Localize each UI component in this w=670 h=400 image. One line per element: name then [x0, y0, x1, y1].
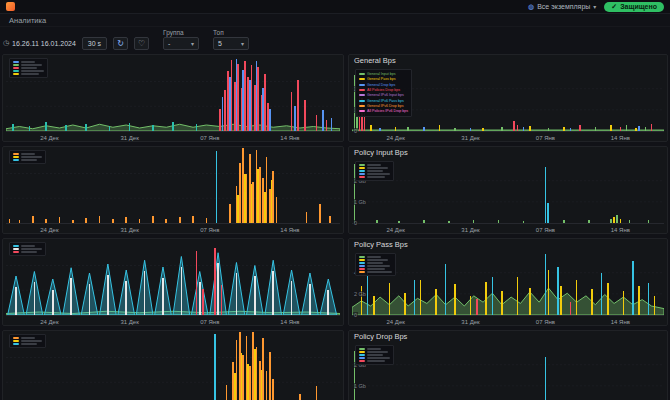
- legend-label-blurred: [21, 343, 37, 345]
- x-axis: 24 Дек31 Дек07 Янв14 Янв: [352, 133, 664, 141]
- plot-region[interactable]: [6, 56, 340, 132]
- legend-item[interactable]: [359, 170, 390, 172]
- legend-item[interactable]: All Policies Drop bps: [359, 88, 408, 92]
- legend-item[interactable]: [13, 343, 42, 345]
- legend-item[interactable]: [359, 351, 390, 353]
- refresh-interval-button[interactable]: 30 s: [82, 37, 107, 50]
- top-variable-select[interactable]: 5 ▾: [213, 37, 249, 50]
- legend-item[interactable]: [359, 176, 390, 178]
- legend-item[interactable]: [13, 73, 44, 75]
- x-axis-label: 07 Янв: [200, 227, 219, 233]
- plot-region[interactable]: 2 Gb1 Gb0: [352, 159, 664, 224]
- favorite-button[interactable]: ♡: [134, 37, 149, 50]
- refresh-icon: ↻: [117, 39, 124, 48]
- legend-item[interactable]: [13, 67, 44, 69]
- panel-title[interactable]: Policy Input Bps: [349, 147, 667, 158]
- legend[interactable]: [9, 242, 46, 256]
- group-variable-select[interactable]: - ▾: [163, 37, 199, 50]
- legend-item[interactable]: General Pass bps: [359, 77, 408, 81]
- legend-item[interactable]: [13, 337, 42, 339]
- legend-item[interactable]: [359, 348, 390, 350]
- legend-item[interactable]: [359, 265, 392, 267]
- legend-item[interactable]: [13, 159, 42, 161]
- legend-item[interactable]: [13, 61, 44, 63]
- panel-title[interactable]: Policy Drop Bps: [349, 331, 667, 342]
- legend-item[interactable]: General Drop bps: [359, 83, 408, 87]
- legend-swatch: [359, 105, 365, 107]
- panel-traffic-periodic: 24 Дек31 Дек07 Янв14 Янв: [2, 238, 344, 326]
- legend-item[interactable]: General IPv6 Pass bps: [359, 99, 408, 103]
- legend[interactable]: [9, 334, 46, 348]
- legend-item[interactable]: General Input bps: [359, 72, 408, 76]
- chart-area[interactable]: 4 Gb2 Gb024 Дек31 Дек07 Янв14 Янв: [352, 251, 664, 325]
- legend[interactable]: [355, 345, 394, 365]
- time-range-picker[interactable]: ◷ 16.26.11 16.01.2024: [3, 39, 76, 50]
- legend-item[interactable]: [13, 156, 42, 158]
- legend-item[interactable]: All Policies IPv6 Drop bps: [359, 109, 408, 113]
- panel-title[interactable]: General Bps: [349, 55, 667, 66]
- legend-item[interactable]: [13, 245, 42, 247]
- plot-region[interactable]: [6, 148, 340, 224]
- legend-label-blurred: [367, 164, 381, 166]
- chart-area[interactable]: 24 Дек31 Дек07 Янв14 Янв: [6, 56, 340, 141]
- legend[interactable]: [355, 253, 396, 276]
- x-axis-label: 14 Янв: [280, 227, 299, 233]
- x-axis-label: 07 Янв: [200, 319, 219, 325]
- legend-item[interactable]: [359, 256, 392, 258]
- legend-item[interactable]: [13, 340, 42, 342]
- legend[interactable]: [9, 58, 48, 78]
- legend-item[interactable]: [13, 251, 42, 253]
- x-axis-label: 07 Янв: [536, 319, 555, 325]
- legend[interactable]: [355, 161, 394, 181]
- legend-swatch: [359, 259, 365, 261]
- x-axis-label: 14 Янв: [611, 135, 630, 141]
- top-variable-field: Топ 5 ▾: [213, 29, 249, 50]
- legend-item[interactable]: [359, 173, 390, 175]
- legend-item[interactable]: [359, 271, 392, 273]
- legend-item[interactable]: [359, 259, 392, 261]
- x-axis-label: 14 Янв: [280, 319, 299, 325]
- chart-area[interactable]: 24 Дек31 Дек07 Янв14 Янв: [6, 332, 340, 400]
- x-axis-label: 31 Дек: [461, 135, 479, 141]
- plot-region[interactable]: [6, 240, 340, 316]
- legend-item[interactable]: General IPv6 Drop bps: [359, 104, 408, 108]
- app-logo-icon[interactable]: [6, 2, 15, 11]
- protection-status-label: Защищено: [620, 3, 657, 10]
- legend-item[interactable]: [359, 357, 390, 359]
- panel-traffic-overview: 24 Дек31 Дек07 Янв14 Янв: [2, 54, 344, 142]
- legend[interactable]: [9, 150, 46, 164]
- legend-item[interactable]: [359, 354, 390, 356]
- chart-area[interactable]: 2 Gb1 Gb024 Дек31 Дек07 Янв14 Янв: [352, 159, 664, 233]
- legend-item[interactable]: [359, 164, 390, 166]
- chart-area[interactable]: 2 Gb1 Gb0General Input bpsGeneral Pass b…: [352, 67, 664, 141]
- chart-area[interactable]: 24 Дек31 Дек07 Янв14 Янв: [6, 148, 340, 233]
- legend-item[interactable]: [359, 360, 390, 362]
- tab-analytics[interactable]: Аналитика: [9, 16, 46, 25]
- legend-swatch: [359, 173, 365, 175]
- panel-title[interactable]: Policy Pass Bps: [349, 239, 667, 250]
- plot-region[interactable]: 4 Gb2 Gb0: [352, 251, 664, 316]
- legend[interactable]: General Input bpsGeneral Pass bpsGeneral…: [355, 69, 412, 117]
- legend-swatch: [359, 167, 365, 169]
- plot-region[interactable]: [6, 332, 340, 400]
- chart-area[interactable]: 24 Дек31 Дек07 Янв14 Янв: [6, 240, 340, 325]
- legend-swatch: [359, 268, 365, 270]
- legend-item[interactable]: [359, 167, 390, 169]
- legend-item[interactable]: [13, 70, 44, 72]
- x-axis-label: 07 Янв: [536, 135, 555, 141]
- legend-item[interactable]: [13, 64, 44, 66]
- legend-label-blurred: [367, 265, 390, 267]
- protection-status-badge[interactable]: ✓ Защищено: [604, 2, 664, 12]
- instances-dropdown[interactable]: ◍ Все экземпляры ▾: [528, 3, 596, 11]
- plot-region[interactable]: 2 Gb1 Gb0General Input bpsGeneral Pass b…: [352, 67, 664, 132]
- plot-region[interactable]: 2 Gb1 Gb0: [352, 343, 664, 400]
- legend-item[interactable]: [13, 153, 42, 155]
- refresh-button[interactable]: ↻: [113, 37, 128, 50]
- legend-item[interactable]: [13, 248, 42, 250]
- legend-label: General Pass bps: [367, 77, 396, 81]
- legend-item[interactable]: General IPv6 Input bps: [359, 93, 408, 97]
- chart-area[interactable]: 2 Gb1 Gb024 Дек31 Дек07 Янв14 Янв: [352, 343, 664, 400]
- chevron-down-icon: ▾: [191, 40, 194, 47]
- legend-item[interactable]: [359, 262, 392, 264]
- legend-item[interactable]: [359, 268, 392, 270]
